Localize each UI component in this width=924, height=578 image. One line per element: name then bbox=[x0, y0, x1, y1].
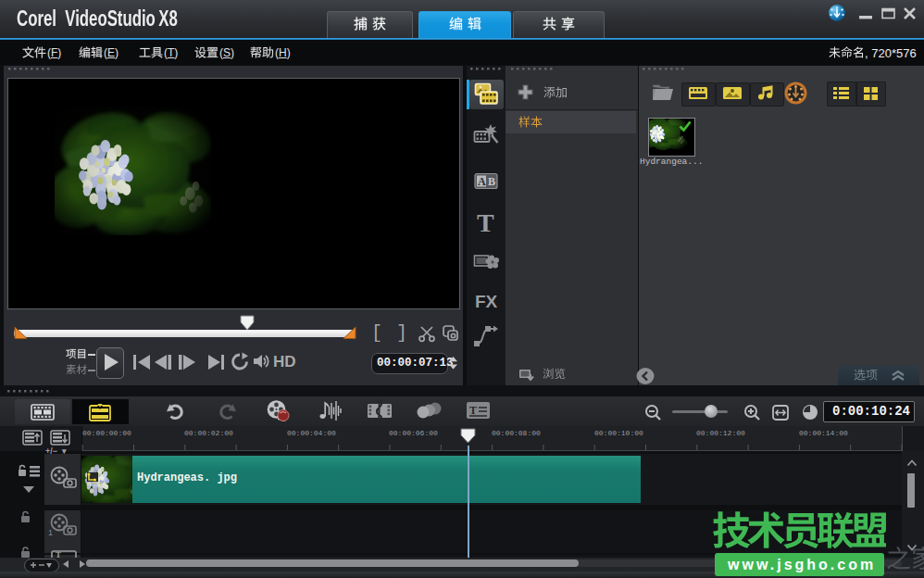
svg-text:B: B bbox=[488, 175, 495, 188]
svg-text:FX: FX bbox=[475, 292, 498, 311]
svg-text:T: T bbox=[477, 208, 494, 236]
svg-text:T: T bbox=[469, 404, 477, 417]
svg-text:A: A bbox=[478, 175, 486, 188]
svg-text:T: T bbox=[56, 550, 61, 558]
